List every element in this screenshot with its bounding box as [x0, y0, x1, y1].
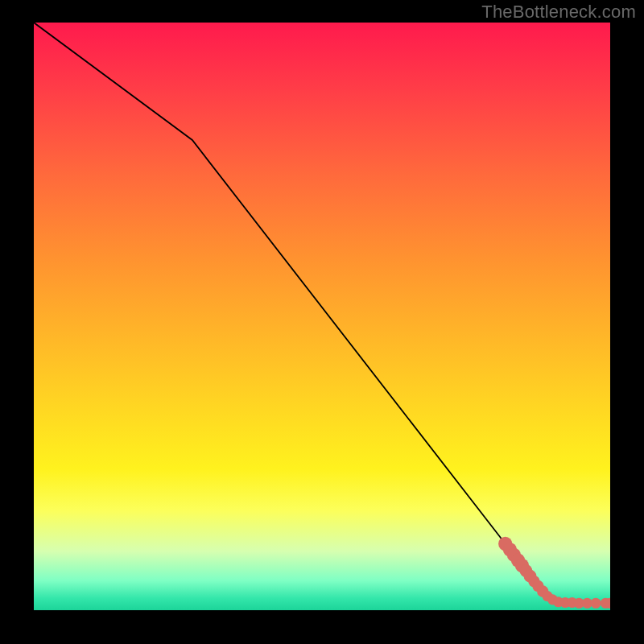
data-point: [591, 598, 601, 609]
plot-area: [34, 23, 610, 610]
watermark-text: TheBottleneck.com: [481, 2, 636, 23]
bottleneck-curve: [34, 23, 610, 603]
chart-frame: TheBottleneck.com: [0, 0, 644, 644]
chart-overlay: [34, 23, 610, 610]
line-series: [34, 23, 610, 603]
marker-series: [498, 537, 610, 609]
